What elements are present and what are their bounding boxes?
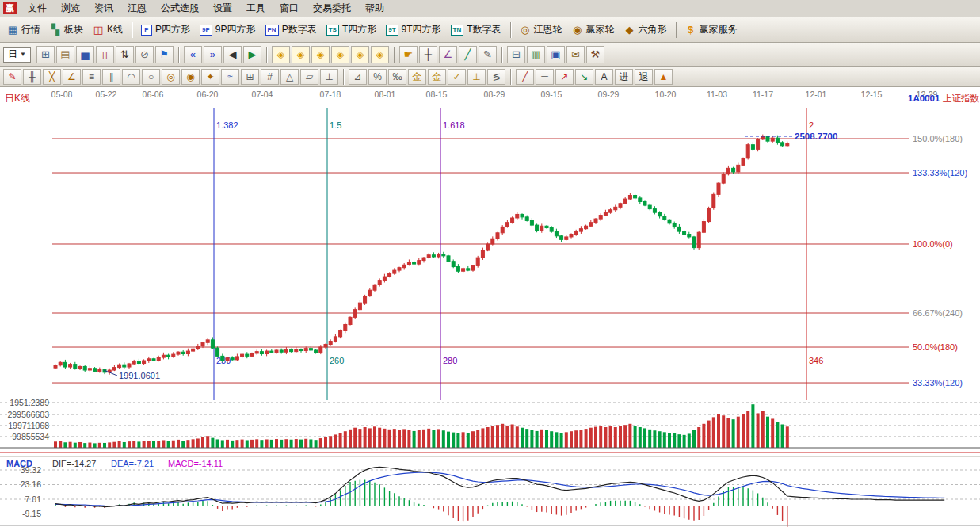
- macd-panel[interactable]: MACDDIF=-14.27DEA=-7.21MACD=-14.1139.322…: [0, 457, 980, 527]
- toolbar-button-t-square[interactable]: TST四方形: [322, 21, 381, 39]
- bars-icon[interactable]: ▅: [76, 46, 94, 63]
- volume-bar: [284, 439, 288, 448]
- book-icon[interactable]: ▥: [527, 46, 545, 63]
- prev-icon[interactable]: ◀: [223, 46, 242, 63]
- link-icon[interactable]: ⊞: [36, 46, 55, 63]
- zoom-in-icon[interactable]: 进: [615, 69, 633, 85]
- gann-square-tool-4[interactable]: ◈: [331, 46, 349, 63]
- pencil-icon[interactable]: ✎: [479, 46, 497, 63]
- volume-bar: [585, 429, 588, 448]
- menu-gann[interactable]: 江恩: [120, 0, 154, 17]
- clipboard-icon[interactable]: ▤: [56, 46, 74, 63]
- toolbar-button-t-number-table[interactable]: TNT数字表: [447, 21, 505, 39]
- parallelogram-icon[interactable]: ▱: [300, 69, 318, 85]
- volume-bar: [422, 430, 425, 448]
- toolbar-button-winner-service[interactable]: $赢家服务: [681, 21, 742, 39]
- angle-lines-icon[interactable]: ∠: [63, 69, 81, 85]
- menu-formula-picker[interactable]: 公式选股: [154, 0, 206, 17]
- candle-body: [786, 144, 789, 146]
- next-icon[interactable]: ▶: [243, 46, 261, 63]
- angle-icon[interactable]: ∠: [439, 46, 457, 63]
- hammer-icon[interactable]: ⚒: [586, 46, 604, 63]
- menu-settings[interactable]: 设置: [206, 0, 239, 17]
- candle-body: [668, 220, 671, 223]
- levels-icon[interactable]: ≡: [82, 69, 101, 85]
- arrow-down-icon[interactable]: ↘: [575, 69, 593, 85]
- channel-icon[interactable]: ∥: [102, 69, 120, 85]
- gold-check-icon[interactable]: ✓: [448, 69, 466, 85]
- gann-fan-icon[interactable]: ╳: [43, 69, 61, 85]
- number-grid-icon[interactable]: #: [261, 69, 279, 85]
- toolbar-button-gann-wheel[interactable]: ◎江恩轮: [516, 21, 566, 39]
- volume-bar: [688, 433, 691, 448]
- volume-bar: [456, 433, 459, 448]
- ruler-icon[interactable]: ⊿: [349, 69, 367, 85]
- candle-body: [231, 358, 234, 360]
- perpendicular-icon[interactable]: ⊥: [320, 69, 338, 85]
- line-tool-icon[interactable]: ╱: [459, 46, 477, 63]
- menu-browse[interactable]: 浏览: [54, 0, 87, 17]
- grid-box-icon[interactable]: ⊞: [241, 69, 259, 85]
- hand-tool-icon[interactable]: ☛: [399, 46, 418, 63]
- alert-icon[interactable]: ▲: [654, 69, 673, 85]
- gann-square-tool-2[interactable]: ◈: [292, 46, 310, 63]
- circle-icon[interactable]: ○: [142, 69, 160, 85]
- percent-icon[interactable]: %: [368, 69, 387, 85]
- toolbar-button-winner-wheel[interactable]: ◉赢家轮: [568, 21, 619, 39]
- star-icon[interactable]: ✦: [201, 69, 219, 85]
- toolbar-button-p-square[interactable]: PP四方形: [137, 21, 194, 39]
- volume-bar: [771, 418, 774, 448]
- mail-icon[interactable]: ✉: [566, 46, 585, 63]
- main-kline-chart[interactable]: 05-0805-2206-0606-2007-0407-1808-0108-15…: [0, 87, 980, 457]
- updown-icon[interactable]: ⇅: [116, 46, 134, 63]
- toolbar-button-sectors[interactable]: ▚板块: [46, 21, 87, 39]
- gann-square-tool-5[interactable]: ◈: [351, 46, 369, 63]
- gann-square-tool-6[interactable]: ◈: [371, 46, 389, 63]
- grid-icon[interactable]: ⊟: [507, 46, 525, 63]
- toolbar-button-p-number-table[interactable]: PNP数字表: [261, 21, 321, 39]
- gann-square-tool-3[interactable]: ◈: [311, 46, 330, 63]
- menu-trade[interactable]: 交易委托: [306, 0, 358, 17]
- brush-icon[interactable]: ✎: [3, 69, 21, 85]
- triangle-icon[interactable]: △: [280, 69, 299, 85]
- regression-icon[interactable]: ═: [536, 69, 554, 85]
- speed-line-icon[interactable]: ╱: [516, 69, 534, 85]
- first-icon[interactable]: «: [184, 46, 202, 63]
- bullseye-icon[interactable]: ◉: [181, 69, 200, 85]
- text-tool-icon[interactable]: A: [595, 69, 613, 85]
- last-icon[interactable]: »: [204, 46, 222, 63]
- permille-icon[interactable]: ‰: [388, 69, 406, 85]
- volume-bar: [673, 433, 676, 448]
- arc-icon[interactable]: ◠: [122, 69, 140, 85]
- arrow-up-icon[interactable]: ↗: [555, 69, 574, 85]
- toolbar-button-quotes[interactable]: ▦行情: [3, 21, 44, 39]
- candle-body: [275, 350, 278, 353]
- price-axis-icon[interactable]: ⊥: [467, 69, 486, 85]
- compare-icon[interactable]: ≶: [487, 69, 505, 85]
- toolbar-button-9t-square[interactable]: 9T9T四方形: [382, 21, 444, 39]
- toolbar-separator: [510, 22, 511, 38]
- zoom-out-icon[interactable]: 退: [635, 69, 653, 85]
- menu-file[interactable]: 文件: [21, 0, 54, 17]
- toolbar-button-kline[interactable]: ◫K线: [89, 21, 127, 39]
- save-icon[interactable]: ▣: [547, 46, 565, 63]
- chart-area[interactable]: 05-0805-2206-0606-2007-0407-1808-0108-15…: [0, 87, 980, 527]
- wave-icon[interactable]: ≈: [221, 69, 239, 85]
- menu-tools[interactable]: 工具: [239, 0, 273, 17]
- gann-square-tool-1[interactable]: ◈: [272, 46, 290, 63]
- crosshair-icon[interactable]: ┼: [419, 46, 437, 63]
- clear-icon[interactable]: ⊘: [135, 46, 154, 63]
- menu-window[interactable]: 窗口: [273, 0, 306, 17]
- menu-help[interactable]: 帮助: [358, 0, 391, 17]
- candle-body: [516, 214, 519, 218]
- gold-box-icon[interactable]: 金: [428, 69, 446, 85]
- rings-icon[interactable]: ◎: [162, 69, 180, 85]
- period-selector[interactable]: 日▼: [3, 47, 31, 63]
- hatch-icon[interactable]: ╫: [23, 69, 41, 85]
- mini-kline-icon[interactable]: ▯: [96, 46, 114, 63]
- gold-section-icon[interactable]: 金: [408, 69, 426, 85]
- toolbar-button-9p-square[interactable]: 9P9P四方形: [196, 21, 259, 39]
- toolbar-button-hexagon[interactable]: ◆六角形: [620, 21, 671, 39]
- menu-news[interactable]: 资讯: [87, 0, 120, 17]
- flag-icon[interactable]: ⚑: [155, 46, 174, 63]
